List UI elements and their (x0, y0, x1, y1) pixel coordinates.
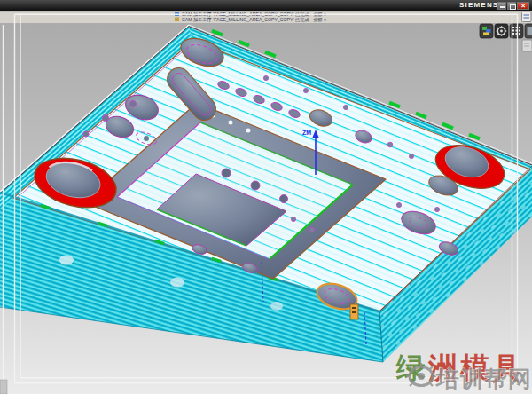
window-titlebar: SIEMENS × (0, 0, 532, 11)
settings-gear-icon[interactable] (495, 24, 508, 38)
graphics-viewport[interactable]: CAM 加工工序 'FACE_MILLING_AREA_COPY_COPY' 已… (0, 0, 532, 394)
minimize-button[interactable] (497, 2, 506, 10)
sheet-icon[interactable] (522, 40, 532, 51)
minimize-icon (500, 6, 505, 8)
side-hole (59, 256, 74, 265)
render-style-icon[interactable] (480, 24, 493, 38)
corner-block (0, 380, 7, 394)
side-hole (170, 278, 184, 288)
site-watermark-text: 培训帮网 (434, 366, 532, 392)
toast-icon2 (175, 18, 179, 22)
status-toast-line2: CAM 加工工序 'FACE_MILLING_AREA_COPY_COPY' 已… (182, 17, 326, 23)
message-bar: CAM 加工工序 'FACE_MILLING_AREA_COPY_COPY' 已… (0, 11, 532, 23)
side-hole (270, 302, 283, 311)
close-button[interactable]: × (517, 2, 529, 10)
siemens-logo: SIEMENS (459, 1, 498, 9)
application-window: SIEMENS × (0, 0, 532, 394)
clipboard-icon[interactable] (522, 12, 532, 22)
restore-button[interactable] (507, 2, 516, 10)
wcs-label: ZM (302, 130, 311, 136)
panel-toggle-icon[interactable] (525, 24, 532, 38)
restore-icon (510, 4, 516, 10)
